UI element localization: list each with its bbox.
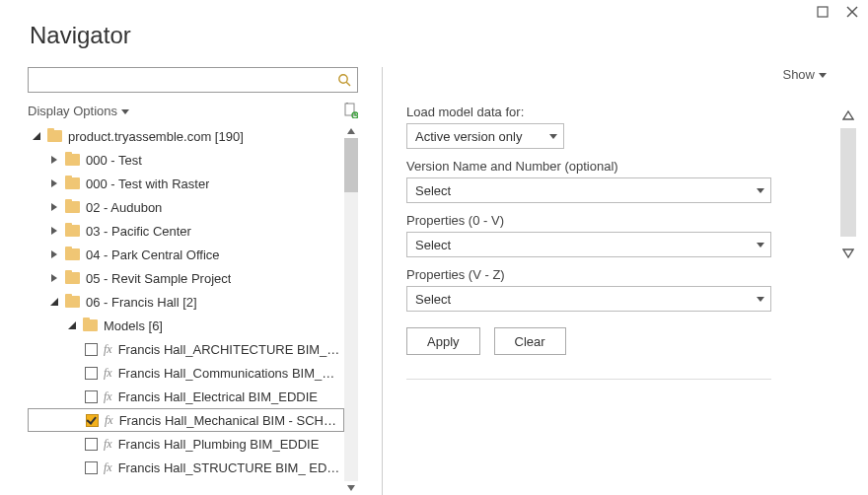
expand-icon[interactable]: [49, 202, 59, 212]
expand-icon[interactable]: [49, 155, 59, 165]
folder-icon: [65, 225, 80, 237]
properties-vz-select[interactable]: Select: [406, 286, 771, 312]
scrollbar-track[interactable]: [344, 138, 358, 481]
tree-item[interactable]: 02 - Audubon: [28, 195, 344, 219]
checkbox[interactable]: [85, 390, 98, 403]
display-options-label: Display Options: [28, 104, 117, 118]
chevron-down-icon: [819, 67, 827, 82]
expand-icon[interactable]: [49, 273, 59, 283]
chevron-down-icon: [757, 243, 764, 248]
folder-icon: [65, 272, 80, 284]
svg-marker-12: [843, 249, 853, 257]
tree-leaf[interactable]: fx Francis Hall_Communications BIM_E...: [28, 361, 344, 385]
collapse-icon[interactable]: [49, 297, 59, 307]
version-label: Version Name and Number (optional): [406, 159, 771, 174]
fx-icon: fx: [105, 413, 113, 428]
options-pane: Show Load model data for: Active version…: [406, 67, 856, 495]
tree-item[interactable]: 000 - Test: [28, 148, 344, 172]
chevron-down-icon: [549, 134, 557, 139]
load-model-select[interactable]: Active version only: [406, 123, 564, 149]
right-scrollbar[interactable]: [840, 103, 856, 495]
tree-leaf[interactable]: fx Francis Hall_Plumbing BIM_EDDIE: [28, 432, 344, 456]
navigator-left-pane: Display Options product.tryassemble.com …: [28, 67, 358, 495]
chevron-down-icon: [121, 104, 129, 118]
svg-point-3: [339, 75, 347, 83]
apply-button[interactable]: Apply: [406, 327, 480, 355]
folder-icon: [83, 319, 98, 331]
fx-icon: fx: [104, 389, 112, 404]
svg-marker-10: [819, 73, 827, 78]
maximize-button[interactable]: [817, 6, 829, 21]
properties-0v-label: Properties (0 - V): [406, 213, 771, 228]
expand-icon[interactable]: [49, 249, 59, 259]
tree-view[interactable]: product.tryassemble.com [190] 000 - Test…: [28, 124, 344, 495]
tree-leaf[interactable]: fx Francis Hall_STRUCTURE BIM_ EDDIE: [28, 456, 344, 479]
search-input[interactable]: [35, 73, 335, 88]
tree-root[interactable]: product.tryassemble.com [190]: [28, 124, 344, 148]
close-button[interactable]: [846, 6, 858, 21]
pane-divider: [382, 67, 383, 495]
checkbox[interactable]: [85, 343, 98, 356]
tree-item[interactable]: 06 - Francis Hall [2]: [28, 290, 344, 314]
collapse-icon[interactable]: [67, 320, 77, 330]
folder-icon: [65, 248, 80, 260]
section-divider: [406, 379, 771, 380]
tree-item[interactable]: 05 - Revit Sample Project: [28, 266, 344, 290]
search-icon[interactable]: [335, 73, 353, 87]
svg-marker-8: [347, 128, 355, 134]
tree-leaf[interactable]: fx Francis Hall_Electrical BIM_EDDIE: [28, 385, 344, 408]
chevron-down-icon: [757, 297, 764, 302]
scrollbar-thumb[interactable]: [840, 128, 856, 237]
clear-button[interactable]: Clear: [494, 327, 566, 355]
tree-item[interactable]: 04 - Park Central Office: [28, 243, 344, 266]
refresh-icon[interactable]: [342, 103, 358, 118]
tree-item[interactable]: 03 - Pacific Center: [28, 219, 344, 243]
scroll-up-icon[interactable]: [840, 103, 856, 128]
folder-icon: [65, 296, 80, 308]
scroll-down-icon[interactable]: [344, 481, 358, 495]
svg-marker-11: [843, 111, 853, 119]
fx-icon: fx: [104, 366, 112, 381]
fx-icon: fx: [104, 342, 112, 357]
properties-vz-label: Properties (V - Z): [406, 267, 771, 282]
page-title: Navigator: [30, 22, 131, 49]
scroll-down-icon[interactable]: [840, 241, 856, 266]
tree-leaf-selected[interactable]: fx Francis Hall_Mechanical BIM - SCHE...: [28, 408, 344, 432]
svg-rect-0: [818, 7, 828, 17]
version-select[interactable]: Select: [406, 177, 771, 203]
checkbox-checked[interactable]: [86, 414, 99, 427]
svg-marker-5: [121, 109, 129, 114]
checkbox[interactable]: [85, 438, 98, 451]
svg-marker-9: [347, 485, 355, 491]
fx-icon: fx: [104, 437, 112, 452]
folder-icon: [65, 154, 80, 166]
expand-icon[interactable]: [49, 178, 59, 188]
checkbox[interactable]: [85, 367, 98, 380]
fx-icon: fx: [104, 460, 112, 475]
tree-scrollbar[interactable]: [344, 124, 358, 495]
search-box[interactable]: [28, 67, 358, 93]
expand-icon[interactable]: [49, 226, 59, 236]
scrollbar-thumb[interactable]: [344, 138, 358, 192]
folder-icon: [65, 201, 80, 213]
display-options-dropdown[interactable]: Display Options: [28, 104, 129, 118]
tree-item[interactable]: 000 - Test with Raster: [28, 172, 344, 195]
svg-line-4: [346, 82, 350, 86]
load-model-label: Load model data for:: [406, 105, 771, 119]
folder-icon: [65, 177, 80, 189]
chevron-down-icon: [757, 188, 764, 193]
collapse-icon[interactable]: [32, 131, 41, 141]
tree-item-models[interactable]: Models [6]: [28, 314, 344, 337]
checkbox[interactable]: [85, 461, 98, 474]
scroll-up-icon[interactable]: [344, 124, 358, 138]
folder-icon: [47, 130, 62, 142]
tree-leaf[interactable]: fx Francis Hall_ARCHITECTURE BIM_20...: [28, 337, 344, 361]
show-dropdown[interactable]: Show: [782, 67, 827, 82]
properties-0v-select[interactable]: Select: [406, 232, 771, 257]
